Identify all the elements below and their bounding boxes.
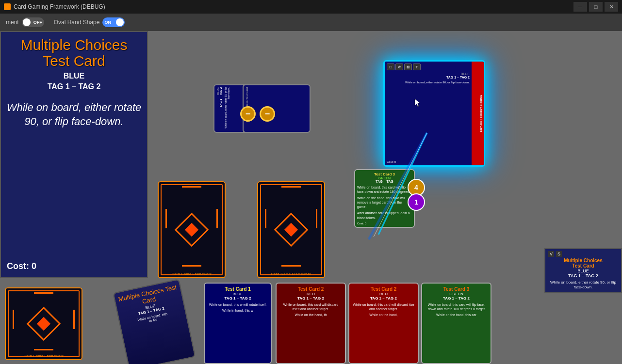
minimize-button[interactable]: ─ <box>573 2 587 12</box>
card-tool-rotate[interactable]: ⟳ <box>395 63 403 70</box>
hc-tc2b-title: Test Card 2 <box>352 286 415 292</box>
fd-h-bottom <box>34 349 53 350</box>
toggle-1-text: OFF <box>33 20 42 25</box>
side-panel-color: BLUE <box>6 72 142 80</box>
toggle-group-2: Oval Hand Shape ON <box>54 17 125 27</box>
toolbar: ment OFF Oval Hand Shape ON <box>0 14 622 31</box>
hc-tc1-color: BLUE <box>208 292 268 296</box>
maximize-button[interactable]: □ <box>589 2 603 12</box>
hc-tc3b-tags: TAG 1 – TAG 2 <box>425 296 488 301</box>
hc-tc3b-title: Test Card 3 <box>425 286 488 292</box>
hc-tc2a-title: Test Card 2 <box>279 286 342 292</box>
fd2-diamond-inner <box>284 223 298 237</box>
fd2-h-top <box>281 186 301 188</box>
hc-tc2a-desc: While on board, this card will discard i… <box>279 302 342 311</box>
toggle-1-switch[interactable]: OFF <box>22 17 44 27</box>
hc-tc2a-tags: TAG 1 – TAG 2 <box>279 296 342 301</box>
blue-card-1-text: BLUE TAG 1 – TAG 2 While on board, eithe… <box>214 85 232 132</box>
toggle-1-label: ment <box>6 19 19 26</box>
facedown-card-bottom-left[interactable]: Card Game Framework <box>5 287 82 360</box>
sc-color: BLUE <box>387 72 470 76</box>
right-panel-title: Multiple ChoicesTest Card <box>548 258 618 269</box>
tc3-section1: While on board, this card will flip face… <box>357 185 412 194</box>
right-panel-color: BLUE <box>548 269 618 273</box>
facedown-card-1[interactable]: Card Game Framework <box>158 181 226 278</box>
selected-card-toolbar: □ ⟳ ⊠ T <box>387 63 470 70</box>
fd1-h-bottom <box>182 265 201 267</box>
selected-card-main: □ ⟳ ⊠ T BLUE TAG 1 – TAG 2 While on boar… <box>385 62 472 165</box>
hc-tc1-desc: While on board, this w will rotate itsel… <box>208 302 268 307</box>
test-card-3[interactable]: Test Card 3 GREEN TAG – TAG While on boa… <box>354 169 415 228</box>
sc-desc: While on board, either rotate 90, or fli… <box>387 81 470 85</box>
sc-title-vertical: Multiple Choices Test Card <box>472 62 484 165</box>
fd-bottom-text-2: Card Game Framework <box>258 272 324 276</box>
hc-tc2a-color: RED <box>279 292 342 296</box>
right-panel-s-btn[interactable]: S <box>556 251 562 257</box>
toggle-2-switch[interactable]: ON <box>102 17 125 27</box>
card-tool-t[interactable]: T <box>413 63 421 70</box>
facedown-pattern-2: Card Game Framework <box>258 182 324 277</box>
card-tool-square[interactable]: □ <box>387 63 394 70</box>
hc-tc3b-color: GREEN <box>425 292 488 296</box>
fd1-v-right <box>216 209 218 228</box>
hc-tc2b-desc: While on board, this card will discard i… <box>352 302 415 311</box>
tc3-section3: After another card is flipped, gain a bl… <box>357 211 412 220</box>
right-mini-panel: V S Multiple ChoicesTest Card BLUE TAG 1… <box>544 248 622 293</box>
fd-v-right <box>73 310 75 329</box>
close-button[interactable]: ✕ <box>605 2 618 12</box>
window-controls: ─ □ ✕ <box>573 2 618 12</box>
toggle-2-label: Oval Hand Shape <box>54 19 100 26</box>
cursor-indicator <box>414 98 421 108</box>
facedown-pattern-1: Card Game Framework <box>159 182 225 277</box>
right-panel-labels: V S <box>548 251 618 257</box>
selected-card[interactable]: □ ⟳ ⊠ T BLUE TAG 1 – TAG 2 While on boar… <box>383 60 485 167</box>
hc-tc3b-desc2: While on the hand, this car <box>425 313 488 317</box>
side-panel-tags: TAG 1 – TAG 2 <box>6 82 142 91</box>
badge-1: 1 <box>408 193 425 211</box>
hc-tc2a-desc2: While on the hand, th <box>279 313 342 317</box>
tc3-cost: Cost: 0 <box>357 222 412 225</box>
fd-bottom-text-bl: Card Game Framework <box>6 354 82 358</box>
facedown-pattern: Card Game Framework <box>6 288 82 359</box>
fd1-diamond-inner <box>185 223 198 237</box>
fd2-h-bottom <box>281 265 301 267</box>
fd-v-left <box>13 310 14 329</box>
side-panel-desc: While on board, either rotate 90, or fli… <box>6 101 142 128</box>
hc-tc1-title: Test Card 1 <box>208 286 268 292</box>
fd1-v-left <box>165 209 167 228</box>
tc3-section2: While on the hand, this card will remove… <box>357 196 412 209</box>
card-tool-flip[interactable]: ⊠ <box>404 63 412 70</box>
facedown-card-2[interactable]: Card Game Framework <box>257 181 325 278</box>
hand-card-mc[interactable]: Multiple Choices Test Card BLUE TAG 1 – … <box>113 279 196 364</box>
side-panel-title: Multiple ChoicesTest Card <box>6 37 142 69</box>
minus-button-2[interactable]: − <box>260 106 275 122</box>
right-panel-tags: TAG 1 – TAG 2 <box>548 273 618 278</box>
fd-diamond-inner <box>37 317 50 331</box>
main-area: Multiple ChoicesTest Card BLUE TAG 1 – T… <box>0 31 622 364</box>
hc-tc1-desc2: While in hand, this w <box>208 309 268 312</box>
side-panel-cost: Cost: 0 <box>7 261 36 271</box>
fd-h-top <box>34 292 53 294</box>
fd-bottom-text-1: Card Game Framework <box>159 272 225 276</box>
hand-card-tc2b[interactable]: Test Card 2 RED TAG 1 – TAG 2 While on b… <box>348 283 419 364</box>
sc-tags: TAG 1 – TAG 2 <box>387 76 470 79</box>
minus-button-1[interactable]: − <box>240 106 256 122</box>
sc-cost: Cost: 0 <box>387 160 396 163</box>
hand-card-tc3b[interactable]: Test Card 3 GREEN TAG 1 – TAG 2 While on… <box>421 283 491 364</box>
right-panel-v-btn[interactable]: V <box>548 251 554 257</box>
hand-card-tc1[interactable]: Test Card 1 BLUE TAG 1 – TAG 2 While on … <box>204 283 272 364</box>
app-icon <box>4 3 11 10</box>
toggle-2-text: ON <box>104 20 111 25</box>
toggle-2-knob <box>116 18 124 26</box>
tc3-color: GREEN <box>357 176 412 180</box>
hand-card-tc2a[interactable]: Test Card 2 RED TAG 1 – TAG 2 While on b… <box>276 283 346 364</box>
hc-tc3b-desc: While on board, this card will flip face… <box>425 302 488 311</box>
toggle-1-knob <box>23 18 31 26</box>
hc-tc1-tags: TAG 1 – TAG 2 <box>208 296 268 301</box>
fd2-v-left <box>265 209 266 228</box>
hc-tc2b-tags: TAG 1 – TAG 2 <box>352 296 415 301</box>
selected-card-inner: □ ⟳ ⊠ T BLUE TAG 1 – TAG 2 While on boar… <box>383 60 485 167</box>
fd2-v-right <box>316 209 317 228</box>
tc3-title: Test Card 3 <box>357 172 412 176</box>
window-title: Card Gaming Framework (DEBUG) <box>14 3 573 10</box>
